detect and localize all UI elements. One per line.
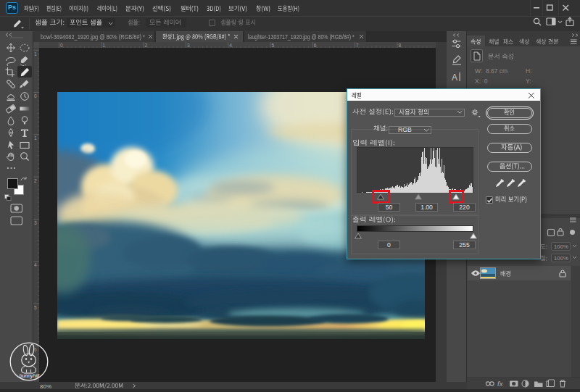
svg-text:5: 5: [34, 305, 37, 310]
svg-text:7: 7: [356, 43, 359, 48]
svg-text:0: 0: [60, 43, 63, 48]
svg-text:fx: fx: [497, 380, 504, 388]
svg-text:8: 8: [398, 43, 401, 48]
svg-text:bunnyhill: bunnyhill: [20, 373, 40, 379]
svg-text:4: 4: [34, 262, 37, 267]
svg-text:5: 5: [272, 43, 275, 48]
svg-text:2: 2: [34, 178, 37, 183]
svg-text:3: 3: [34, 220, 37, 225]
svg-text:1: 1: [34, 135, 37, 141]
svg-text:3: 3: [187, 43, 190, 48]
svg-text:2: 2: [145, 43, 148, 48]
svg-text:1: 1: [34, 51, 37, 57]
svg-text:0: 0: [34, 93, 37, 99]
svg-text:6: 6: [314, 43, 317, 48]
svg-text:4: 4: [229, 43, 232, 48]
svg-text:A: A: [452, 72, 457, 83]
svg-text:1: 1: [102, 43, 105, 48]
